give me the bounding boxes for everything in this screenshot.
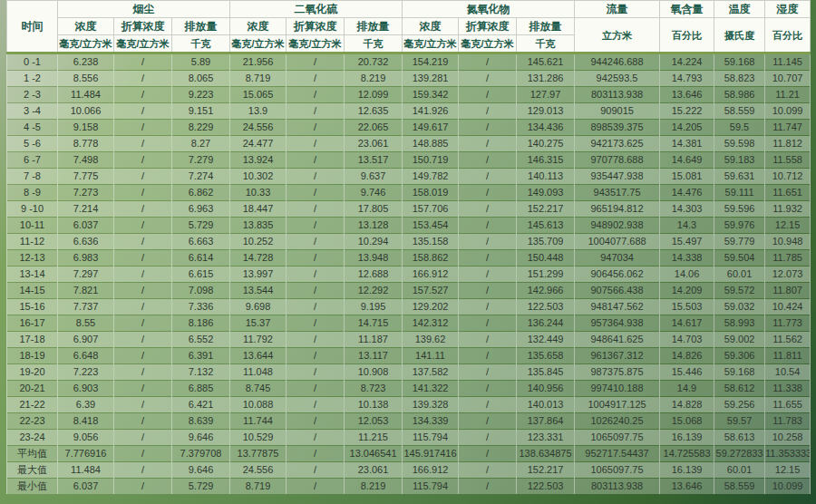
value-cell: 11.651	[765, 185, 811, 201]
value-cell: 122.503	[517, 479, 575, 495]
header-humidity: 湿度	[765, 1, 811, 18]
value-cell: 58.993	[714, 315, 765, 332]
value-cell: /	[114, 364, 172, 381]
header-temperature: 温度	[714, 1, 765, 18]
value-cell: 10.066	[58, 103, 114, 120]
value-cell: 12.15	[765, 218, 811, 234]
value-cell: 14.381	[660, 136, 714, 152]
value-cell: 11.215	[345, 430, 403, 446]
value-cell: 7.279	[172, 152, 230, 169]
value-cell: 9.056	[58, 430, 114, 446]
time-cell: 10-11	[7, 218, 58, 234]
value-cell: 157.527	[403, 283, 459, 299]
header-smoke-concentration-unit: 毫克/立方米	[58, 35, 114, 53]
value-cell: 137.582	[403, 364, 459, 381]
value-cell: 8.418	[58, 413, 114, 430]
value-cell: 8.778	[58, 136, 114, 152]
table-row: 10-116.037/5.72913.835/13.128153.454/145…	[7, 218, 811, 234]
value-cell: 150.719	[403, 152, 459, 169]
value-cell: 9.151	[172, 103, 230, 120]
value-cell: /	[459, 120, 517, 136]
value-cell: 11.792	[230, 332, 287, 348]
value-cell: 59.183	[714, 152, 765, 169]
value-cell: 7.498	[58, 152, 114, 169]
value-cell: 11.048	[230, 364, 287, 381]
value-cell: 123.331	[517, 430, 575, 446]
value-cell: /	[287, 315, 345, 332]
value-cell: 10.099	[765, 103, 811, 120]
value-cell: /	[287, 332, 345, 348]
value-cell: 5.89	[172, 53, 230, 71]
table-row: 23-249.056/9.64610.529/11.215115.794/123…	[7, 430, 811, 446]
value-cell: /	[114, 136, 172, 152]
value-cell: 1065097.75	[575, 430, 660, 446]
value-cell: 898539.375	[575, 120, 660, 136]
value-cell: 13.646	[660, 479, 714, 495]
value-cell: 149.782	[403, 169, 459, 185]
time-cell: 11-12	[7, 234, 58, 250]
value-cell: 152.217	[517, 201, 575, 218]
value-cell: 8.719	[230, 479, 287, 495]
value-cell: 9.698	[230, 299, 287, 315]
table-row: 7 -87.775/7.27410.302/9.637149.782/140.1…	[7, 169, 811, 185]
value-cell: 59.032	[714, 299, 765, 315]
header-so2-emission-unit: 千克	[345, 35, 403, 53]
value-cell: /	[114, 283, 172, 299]
value-cell: 14.703	[660, 332, 714, 348]
value-cell: 11.338	[765, 381, 811, 397]
value-cell: /	[287, 53, 345, 71]
header-flow: 流量	[575, 1, 660, 18]
value-cell: 11.812	[765, 136, 811, 152]
value-cell: 11.785	[765, 250, 811, 267]
time-cell: 21-22	[7, 397, 58, 413]
value-cell: 15.446	[660, 364, 714, 381]
value-cell: 10.712	[765, 169, 811, 185]
value-cell: 10.088	[230, 397, 287, 413]
value-cell: 11.484	[58, 462, 114, 479]
time-cell: 平均值	[7, 446, 58, 462]
value-cell: 6.903	[58, 381, 114, 397]
value-cell: /	[459, 479, 517, 495]
value-cell: /	[114, 169, 172, 185]
value-cell: 8.219	[345, 71, 403, 87]
value-cell: /	[114, 299, 172, 315]
value-cell: 136.244	[517, 315, 575, 332]
value-cell: 8.55	[58, 315, 114, 332]
value-cell: 145.621	[517, 53, 575, 71]
value-cell: 6.037	[58, 479, 114, 495]
value-cell: 13.117	[345, 348, 403, 364]
value-cell: 8.186	[172, 315, 230, 332]
value-cell: 8.556	[58, 71, 114, 87]
value-cell: 6.963	[172, 201, 230, 218]
value-cell: 997410.188	[575, 381, 660, 397]
value-cell: 12.635	[345, 103, 403, 120]
summary-row: 最小值6.037/5.7298.719/8.219115.794/122.503…	[7, 479, 811, 495]
value-cell: 17.805	[345, 201, 403, 218]
header-nox-emission: 排放量	[517, 18, 575, 35]
value-cell: 23.061	[345, 462, 403, 479]
header-so2-converted-unit: 毫克/立方米	[287, 35, 345, 53]
value-cell: 13.644	[230, 348, 287, 364]
table-row: 14-157.821/7.09813.544/12.292157.527/142…	[7, 283, 811, 299]
table-row: 22-238.418/8.63911.744/12.053134.339/137…	[7, 413, 811, 430]
header-smoke-concentration: 浓度	[58, 18, 114, 35]
value-cell: 135.709	[517, 234, 575, 250]
value-cell: 14.728	[230, 250, 287, 267]
value-cell: 9.646	[172, 462, 230, 479]
value-cell: /	[114, 250, 172, 267]
header-row-metrics: 浓度 折算浓度 排放量 浓度 折算浓度 排放量 浓度 折算浓度 排放量 立方米 …	[7, 18, 811, 35]
value-cell: 9.223	[172, 87, 230, 103]
value-cell: /	[287, 413, 345, 430]
value-cell: 58.986	[714, 87, 765, 103]
value-cell: 10.099	[765, 479, 811, 495]
header-flow-unit: 立方米	[575, 18, 660, 53]
value-cell: 6.614	[172, 250, 230, 267]
value-cell: /	[287, 234, 345, 250]
value-cell: 13.77875	[230, 446, 287, 462]
value-cell: 7.214	[58, 201, 114, 218]
value-cell: 11.558	[765, 152, 811, 169]
value-cell: 139.281	[403, 71, 459, 87]
value-cell: 970778.688	[575, 152, 660, 169]
value-cell: 24.556	[230, 462, 287, 479]
value-cell: 10.258	[765, 430, 811, 446]
